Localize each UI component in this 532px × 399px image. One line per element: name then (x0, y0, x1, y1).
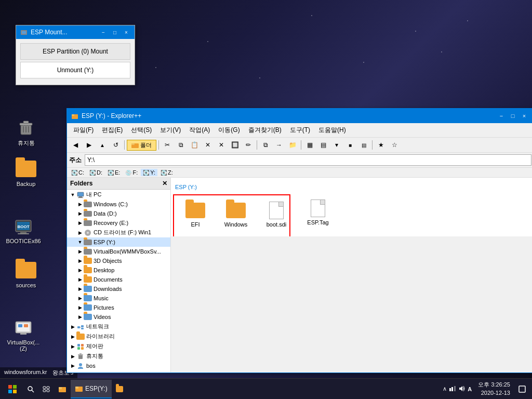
toolbar-up[interactable]: ▲ (96, 139, 109, 151)
file-bootsdi[interactable]: boot.sdi (258, 198, 295, 230)
drive-d[interactable]: 💽 D: (87, 169, 104, 176)
menu-favorites[interactable]: 즐겨찾기(B) (244, 124, 286, 136)
menu-go[interactable]: 이동(G) (214, 124, 244, 136)
tree-documents[interactable]: ▶ Documents (67, 275, 170, 284)
toolbar-view2[interactable]: ▤ (317, 139, 329, 151)
start-button[interactable] (2, 380, 23, 398)
toolbar-star[interactable]: ★ (375, 139, 387, 151)
tree-expand-y[interactable]: ▼ (76, 238, 84, 246)
taskbar-clock[interactable]: 오후 3:26:25 2020-12-13 (474, 381, 514, 397)
esp-popup-restore[interactable]: □ (111, 29, 119, 36)
tree-expand-f[interactable]: ▶ (76, 229, 84, 236)
drive-y[interactable]: 💽 Y: (141, 169, 157, 176)
toolbar-properties[interactable]: 🔲 (229, 139, 241, 151)
tree-downloads[interactable]: ▶ Downloads (67, 284, 170, 294)
tree-network[interactable]: ▶ 네트워크 (67, 322, 170, 331)
file-esptag-item[interactable]: ESP.Tag (300, 196, 336, 228)
toolbar-select-view[interactable]: ▾ (330, 139, 343, 151)
desktop-icon-sources[interactable]: sources (8, 260, 44, 288)
drive-f[interactable]: 💿 F: (123, 169, 140, 176)
notification-button[interactable] (514, 380, 530, 398)
drive-e[interactable]: 💽 E: (105, 169, 122, 176)
toolbar-star2[interactable]: ☆ (388, 139, 401, 151)
tree-expand-network[interactable]: ▶ (69, 323, 76, 330)
tree-library[interactable]: ▶ 라이브러리 (67, 331, 170, 341)
tree-expand-desktop[interactable]: ▶ (76, 267, 84, 274)
tree-pictures[interactable]: ▶ Pictures (67, 303, 170, 312)
toolbar-forward[interactable]: ▶ (83, 139, 95, 151)
desktop-icon-virtualbox[interactable]: VirtualBox(... (Z) (5, 317, 42, 352)
tree-expand-mypc[interactable]: ▼ (69, 191, 76, 198)
tray-ime[interactable]: A (468, 386, 472, 392)
tree-music[interactable]: ▶ Music (67, 294, 170, 303)
tree-expand-docs[interactable]: ▶ (76, 276, 84, 283)
desktop-icon-booticex86[interactable]: BOOT BOOTICEx86 (5, 216, 42, 244)
toolbar-extra1[interactable]: ■ (344, 139, 356, 151)
desktop-icon-backup[interactable]: Backup (8, 158, 44, 187)
esp-popup-close[interactable]: × (122, 29, 130, 36)
taskbar-cortana[interactable] (38, 380, 54, 398)
tray-network[interactable] (449, 385, 456, 393)
toolbar-rename[interactable]: ✏ (242, 139, 255, 151)
tree-data-d[interactable]: ▶ Data (D:) (67, 209, 170, 218)
tree-expand-trash[interactable]: ▶ (69, 353, 76, 360)
tree-desktop[interactable]: ▶ Desktop (67, 265, 170, 275)
menu-edit[interactable]: 편집(E) (98, 124, 127, 136)
tree-3dobjects[interactable]: ▶ 3D Objects (67, 256, 170, 265)
menu-select[interactable]: 선택(S) (127, 124, 156, 136)
tree-expand-bos[interactable]: ▶ (69, 362, 76, 369)
explorer-minimize[interactable]: − (496, 111, 507, 121)
toolbar-delete2[interactable]: ✕ (215, 139, 228, 151)
menu-file[interactable]: 파일(F) (69, 124, 98, 136)
folder-panel-close[interactable]: ✕ (162, 180, 167, 187)
menu-action[interactable]: 작업(A) (185, 124, 214, 136)
taskbar-explorer-icon1[interactable] (54, 380, 71, 398)
toolbar-refresh[interactable]: ↺ (110, 139, 122, 151)
toolbar-move[interactable]: → (273, 139, 285, 151)
tree-my-pc[interactable]: ▼ 내 PC (67, 190, 170, 200)
tree-virtualbox[interactable]: ▶ VirtualBox(WMMVBoxSv... (67, 247, 170, 256)
toolbar-view[interactable]: ▦ (303, 139, 316, 151)
tree-expand-cp[interactable]: ▶ (69, 343, 76, 350)
tree-cd-f[interactable]: ▶ CD 드라이브 (F:) Win1 (67, 228, 170, 237)
tree-trash[interactable]: ▶ 휴지통 (67, 351, 170, 361)
toolbar-delete[interactable]: ✕ (202, 139, 214, 151)
esp-partition-mount-btn[interactable]: ESP Partition (0) Mount (20, 43, 130, 60)
tree-expand-music[interactable]: ▶ (76, 295, 84, 302)
tree-esp-y[interactable]: ▼ ESP (Y:) (67, 237, 170, 247)
toolbar-extra2[interactable]: ▤ (357, 139, 370, 151)
file-efi[interactable]: EFI (177, 198, 214, 230)
menu-tools[interactable]: 도구(T) (286, 124, 314, 136)
toolbar-back[interactable]: ◀ (69, 139, 82, 151)
tree-expand-c[interactable]: ▶ (76, 201, 84, 208)
toolbar-folder-btn[interactable]: 폴더 (127, 140, 156, 151)
taskbar-search[interactable] (23, 380, 38, 398)
desktop-icon-recycle[interactable]: 휴지통 (8, 117, 44, 147)
tree-control-panel[interactable]: ▶ 제어판 (67, 341, 170, 351)
explorer-close[interactable]: × (519, 111, 529, 121)
toolbar-folder2[interactable]: 📁 (286, 139, 299, 151)
toolbar-copy[interactable]: ⧉ (175, 139, 187, 151)
tree-videos[interactable]: ▶ Videos (67, 312, 170, 322)
explorer-restore[interactable]: □ (508, 111, 518, 121)
file-windows[interactable]: Windows (218, 198, 254, 230)
drive-z[interactable]: 💽 Z: (158, 169, 175, 176)
tray-chevron[interactable]: ∧ (443, 385, 447, 392)
tree-expand-dl[interactable]: ▶ (76, 285, 84, 292)
esp-popup-minimize[interactable]: − (99, 29, 108, 36)
tree-expand-d[interactable]: ▶ (76, 210, 84, 217)
tree-expand-pics[interactable]: ▶ (76, 304, 84, 311)
tree-recovery-e[interactable]: ▶ Recovery (E:) (67, 218, 170, 228)
menu-view[interactable]: 보기(V) (156, 124, 185, 136)
file-esptag[interactable]: ESP.Tag (300, 196, 336, 228)
tree-expand-vids[interactable]: ▶ (76, 313, 84, 321)
tray-volume[interactable] (458, 385, 466, 393)
tree-windows-c[interactable]: ▶ Windows (C:) (67, 200, 170, 209)
drive-c[interactable]: 💽 C: (69, 169, 86, 176)
tree-expand-3d[interactable]: ▶ (76, 257, 84, 264)
menu-help[interactable]: 도움말(H) (314, 124, 350, 136)
taskbar-esp-y[interactable]: ESP(Y:) (71, 380, 112, 398)
esp-unmount-btn[interactable]: Unmount (Y:) (20, 62, 130, 78)
tree-expand-e[interactable]: ▶ (76, 219, 84, 227)
tree-expand-vbox[interactable]: ▶ (76, 248, 84, 255)
